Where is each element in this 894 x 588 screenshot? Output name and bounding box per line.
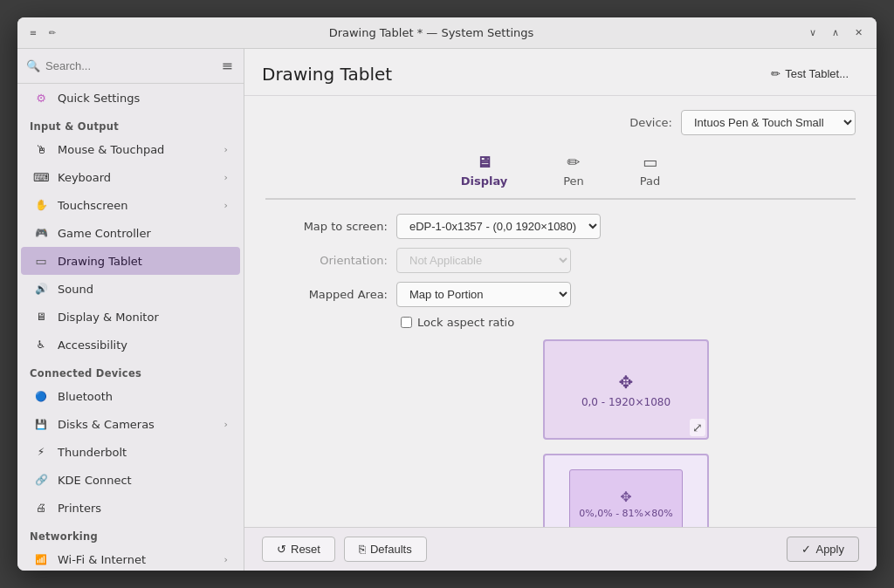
sidebar-item-label: Touchscreen <box>58 199 128 212</box>
mapped-area-select[interactable]: Map to Portion <box>396 282 571 307</box>
sidebar-item-kde-connect[interactable]: KDE Connect <box>21 466 240 494</box>
page-title: Drawing Tablet <box>262 64 392 85</box>
app-menu-icon[interactable]: ≡ <box>26 26 40 40</box>
pen-tab-icon: ✏ <box>567 153 581 171</box>
display-icon <box>33 309 49 325</box>
sidebar-item-label: Thunderbolt <box>58 446 127 459</box>
thunderbolt-icon <box>33 444 49 460</box>
tab-label: Pad <box>640 174 660 188</box>
tab-display[interactable]: 🖥 Display <box>450 149 519 191</box>
sidebar-item-label: Sound <box>58 283 93 296</box>
sidebar-item-label: Printers <box>58 502 101 515</box>
reset-icon: ↺ <box>277 543 286 556</box>
minimize-button[interactable]: ∨ <box>803 24 822 43</box>
window-controls: ∨ ∧ ✕ <box>803 24 868 43</box>
sidebar-item-disks[interactable]: Disks & Cameras › <box>21 410 240 438</box>
sound-icon <box>33 281 49 297</box>
device-select[interactable]: Intuos Pen & Touch Small <box>681 110 856 135</box>
screen-map-container: ✥ 0,0 - 1920×1080 ⤢ <box>543 339 709 440</box>
test-tablet-button[interactable]: ✏ Test Tablet... <box>760 63 859 85</box>
window-title: Drawing Tablet * — System Settings <box>59 26 803 39</box>
reset-button[interactable]: ↺ Reset <box>262 537 335 562</box>
sidebar-item-bluetooth[interactable]: Bluetooth <box>21 382 240 410</box>
sidebar-section-networking: Networking <box>17 522 244 545</box>
mapped-area-row: Mapped Area: Map to Portion <box>265 282 856 307</box>
sidebar-item-label: Bluetooth <box>58 390 113 403</box>
lock-aspect-row: Lock aspect ratio <box>401 316 856 329</box>
titlebar-app-icons: ≡ ✏ <box>26 26 59 40</box>
sidebar-item-keyboard[interactable]: Keyboard › <box>21 163 240 191</box>
kde-connect-icon <box>33 472 49 488</box>
portion-move-icon: ✥ <box>620 489 631 505</box>
sidebar-item-wifi[interactable]: Wi-Fi & Internet › <box>21 545 240 571</box>
tab-label: Pen <box>563 174 584 188</box>
chevron-right-icon: › <box>224 200 228 211</box>
tab-label: Display <box>461 174 508 188</box>
sidebar-item-printers[interactable]: Printers <box>21 494 240 522</box>
sidebar: 🔍 ≡ Quick Settings Input & Output Mouse … <box>17 49 244 571</box>
pencil-icon: ✏ <box>771 67 781 80</box>
bluetooth-icon <box>33 388 49 404</box>
lock-aspect-label[interactable]: Lock aspect ratio <box>417 316 514 329</box>
content-header: Drawing Tablet ✏ Test Tablet... <box>244 49 877 96</box>
sidebar-item-mouse[interactable]: Mouse & Touchpad › <box>21 135 240 163</box>
screen-resize-button[interactable]: ⤢ <box>690 419 705 436</box>
bottom-bar-right: ✓ Apply <box>787 537 859 562</box>
printer-icon <box>33 500 49 516</box>
sidebar-item-label: Disks & Cameras <box>58 418 155 431</box>
quick-settings-icon <box>33 90 49 106</box>
defaults-button[interactable]: ⎘ Defaults <box>344 537 427 562</box>
keyboard-icon <box>33 169 49 185</box>
portion-inner[interactable]: ✥ 0%,0% - 81%×80% <box>569 469 683 528</box>
maps-wrapper: ✥ 0,0 - 1920×1080 ⤢ ✥ 0%,0% - 81%×80% <box>396 339 856 527</box>
main-window: ≡ ✏ Drawing Tablet * — System Settings ∨… <box>17 17 877 571</box>
mouse-icon <box>33 141 49 157</box>
content-area: Drawing Tablet ✏ Test Tablet... Device: … <box>244 49 877 571</box>
bottom-bar: ↺ Reset ⎘ Defaults ✓ Apply <box>244 527 877 571</box>
screen-coords: 0,0 - 1920×1080 <box>581 396 670 408</box>
sidebar-item-game-controller[interactable]: Game Controller <box>21 219 240 247</box>
apply-button[interactable]: ✓ Apply <box>787 537 859 562</box>
sidebar-item-label: Drawing Tablet <box>58 255 142 268</box>
sidebar-item-drawing-tablet[interactable]: Drawing Tablet <box>21 247 240 275</box>
search-input[interactable] <box>45 59 215 72</box>
maximize-button[interactable]: ∧ <box>826 24 845 43</box>
sidebar-item-label: Keyboard <box>58 171 111 184</box>
map-to-screen-label: Map to screen: <box>265 220 388 233</box>
chevron-right-icon: › <box>224 144 228 155</box>
content-body: Device: Intuos Pen & Touch Small 🖥 Displ… <box>244 96 877 527</box>
sidebar-item-thunderbolt[interactable]: Thunderbolt <box>21 438 240 466</box>
sidebar-item-display[interactable]: Display & Monitor <box>21 303 240 331</box>
display-tab-icon: 🖥 <box>476 153 492 171</box>
sidebar-item-label: KDE Connect <box>58 474 132 487</box>
portion-map: ✥ 0%,0% - 81%×80% <box>543 454 709 527</box>
sidebar-item-label: Game Controller <box>58 227 151 240</box>
tab-pad[interactable]: ▭ Pad <box>629 149 670 191</box>
search-icon: 🔍 <box>26 59 40 72</box>
screen-map[interactable]: ✥ 0,0 - 1920×1080 <box>543 339 709 440</box>
portion-map-container: ✥ 0%,0% - 81%×80% ⤢ <box>543 447 709 527</box>
lock-aspect-checkbox[interactable] <box>401 317 412 328</box>
sidebar-item-label: Mouse & Touchpad <box>58 143 164 156</box>
hamburger-menu-icon[interactable]: ≡ <box>220 56 235 76</box>
map-to-screen-row: Map to screen: eDP-1-0x1357 - (0,0 1920×… <box>265 214 856 239</box>
sidebar-item-label: Accessibility <box>58 338 127 352</box>
wifi-icon <box>33 551 49 567</box>
close-button[interactable]: ✕ <box>849 24 868 43</box>
defaults-icon: ⎘ <box>359 543 366 556</box>
sidebar-item-accessibility[interactable]: Accessibility <box>21 331 240 359</box>
map-to-screen-select[interactable]: eDP-1-0x1357 - (0,0 1920×1080) <box>396 214 601 239</box>
chevron-right-icon: › <box>224 554 228 565</box>
touchscreen-icon <box>33 197 49 213</box>
sidebar-item-sound[interactable]: Sound <box>21 275 240 303</box>
orientation-select[interactable]: Not Applicable <box>396 248 571 273</box>
sidebar-section-connected-devices: Connected Devices <box>17 359 244 382</box>
sidebar-item-touchscreen[interactable]: Touchscreen › <box>21 191 240 219</box>
apply-icon: ✓ <box>801 543 811 556</box>
sidebar-item-quick-settings[interactable]: Quick Settings <box>21 84 240 112</box>
orientation-label: Orientation: <box>265 254 388 267</box>
mapped-area-label: Mapped Area: <box>265 288 388 301</box>
app-edit-icon: ✏ <box>45 26 59 40</box>
tab-pen[interactable]: ✏ Pen <box>553 149 595 191</box>
sidebar-item-label: Display & Monitor <box>58 311 159 324</box>
